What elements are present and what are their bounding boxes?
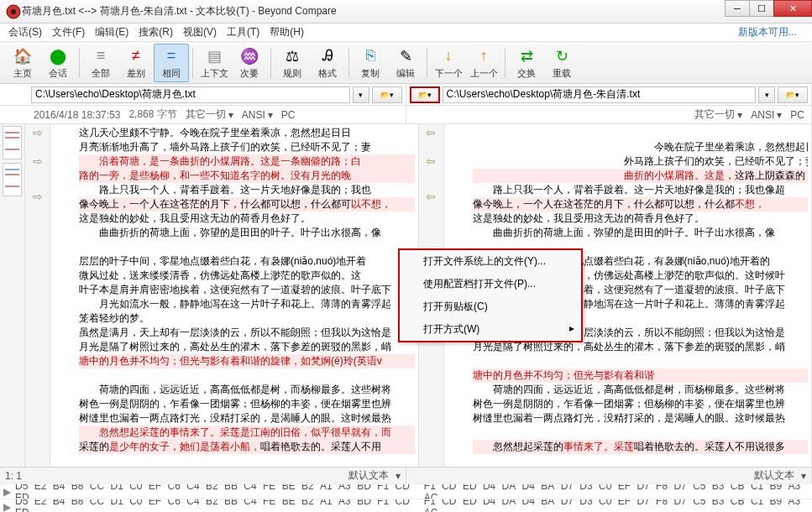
text-line[interactable]: 忽然想起采莲的事情来了。采莲唱着艳歌去的。采莲人不用说很多 <box>473 440 809 454</box>
byte-strip-top: ▶ D5 E2 B4 B8 CC D1 C0 EF C6 C4 B2 BB C4… <box>0 483 812 499</box>
text-line[interactable] <box>79 368 415 383</box>
menu-tools[interactable]: 工具(T) <box>222 24 265 41</box>
menu-session[interactable]: 会话(S) <box>3 24 47 41</box>
left-open-button[interactable]: 📂▾ <box>372 86 402 103</box>
edit-button[interactable]: ✎编辑 <box>388 44 423 81</box>
text-line[interactable]: 采莲的是少年的女子，她们是荡着小船，唱着艳歌去的。采莲人不用 <box>79 440 415 454</box>
text-line[interactable]: 塘中的月色并不均匀；但光与影有着和谐的旋律，如梵婀(ē)玲(英语v <box>79 354 415 368</box>
titlebar: 荷塘月色.txt <--> 荷塘月色-朱自清.txt - 文本比较(T) - B… <box>0 0 812 24</box>
text-line[interactable] <box>473 126 809 140</box>
menu-help[interactable]: 帮助(H) <box>265 24 309 41</box>
text-line[interactable]: 月亮渐渐地升高了，墙外马路上孩子们的欢笑，已经听不见了；妻 <box>79 140 415 154</box>
status-row: 1: 1默认文本▾ 默认文本▾ <box>0 467 812 483</box>
ctx-open-with[interactable]: 打开方式(W)▸ <box>400 318 581 341</box>
toolbar: 🏠主页 ⬤会话 ≡全部 ≠差别 =相同 ▤上下文 ♒次要 ⚖规则 Ꭿ格式 ⎘复制… <box>0 42 812 84</box>
window-title: 荷塘月色.txt <--> 荷塘月色-朱自清.txt - 文本比较(T) - B… <box>22 4 807 18</box>
text-line[interactable]: 曲曲折折的荷塘上面，弥望的是田田的叶子。叶子出水很高，像 <box>473 226 809 240</box>
merge-right-icon[interactable]: ⇨ <box>33 126 43 139</box>
right-syntax: 默认文本 <box>754 468 794 483</box>
left-pane[interactable]: 这几天心里颇不宁静。今晚在院子里坐着乘凉，忽然想起日日月亮渐渐地升高了，墙外马路… <box>50 124 419 467</box>
swap-button[interactable]: ⇄交换 <box>509 44 544 81</box>
text-line[interactable]: 树缝里也漏着一两点路灯光，没精打采的，是渴睡人的眼。这时候最热 <box>473 411 809 426</box>
text-line[interactable]: 月光是隔了树照过来的，高处丛生的灌木，落下参差的斑驳的黑影，峭 <box>79 340 415 354</box>
right-path-input[interactable] <box>443 86 757 103</box>
text-line[interactable]: 荷塘的四面，远远近近，高高低低都是树，而杨柳最多。这些树将 <box>79 383 415 397</box>
copy-button[interactable]: ⎘复制 <box>353 44 388 81</box>
text-line[interactable]: 这是独处的妙处，我且受用这无边的荷香月色好了。 <box>473 212 809 226</box>
context-button[interactable]: ▤上下文 <box>196 44 232 81</box>
text-line[interactable]: 曲曲折折的荷塘上面，弥望的是田田的叶子。叶子出水很高，像 <box>79 226 415 240</box>
ctx-open-profile[interactable]: 使用配置档打开文件(P)... <box>400 273 581 295</box>
text-line[interactable]: 塘中的月色并不均匀；但光与影有着和谐 <box>473 368 809 383</box>
prev-button[interactable]: ↑上一个 <box>466 44 501 81</box>
text-line[interactable]: 路的一旁，是些杨柳，和一些不知道名字的树。没有月光的晚 <box>79 169 415 183</box>
all-button[interactable]: ≡全部 <box>83 44 118 81</box>
merge-left-icon[interactable]: ⇦ <box>426 154 436 168</box>
text-line[interactable]: 树色一例是阴阴的，乍看像一团烟雾；但杨柳的丰姿，便在烟雾里也辨 <box>79 397 415 411</box>
text-line[interactable]: 路上只我一个人，背着手踱着。这一片天地好像是我的；我也 <box>79 183 415 197</box>
left-os-dropdown[interactable]: PC <box>281 109 296 121</box>
text-line[interactable]: 今晚在院子里坐着乘凉，忽然想起日日走过的荷 <box>473 140 809 154</box>
menu-edit[interactable]: 编辑(E) <box>90 24 134 41</box>
same-button[interactable]: =相同 <box>154 44 189 82</box>
left-filter-dropdown[interactable]: 其它一切 ▾ <box>186 107 233 122</box>
menu-view[interactable]: 视图(V) <box>178 24 222 41</box>
overview-gutter[interactable] <box>0 124 25 467</box>
minor-button[interactable]: ♒次要 <box>232 44 267 81</box>
right-os-dropdown[interactable]: PC <box>790 109 804 121</box>
menu-search[interactable]: 搜索(R) <box>134 24 178 41</box>
left-path-input[interactable] <box>31 86 350 103</box>
text-line[interactable]: 叶子本是肩并肩密密地挨着，这便宛然有了一道凝碧的波痕。叶子底下 <box>79 283 415 297</box>
new-version-link[interactable]: 新版本可用... <box>733 24 802 41</box>
text-line[interactable]: 这是独处的妙处，我且受用这无边的荷香月色好了。 <box>79 212 415 226</box>
reload-button[interactable]: ↻重载 <box>544 44 579 81</box>
text-line[interactable]: 像今晚上，一个人在这苍茫的月下，什么都可以想，什么都可以不想， <box>79 197 415 212</box>
close-button[interactable]: ✕ <box>773 0 812 17</box>
text-line[interactable]: 虽然是满月，天上却有一层淡淡的云，所以不能朗照；但我以为这恰是 <box>79 326 415 340</box>
format-button[interactable]: Ꭿ格式 <box>310 44 345 81</box>
merge-right-icon[interactable]: ⇨ <box>33 154 43 168</box>
svg-point-1 <box>11 9 16 14</box>
text-line[interactable]: 月光如流水一般，静静地泻在这一片叶子和花上。薄薄的青雾浮起 <box>79 297 415 311</box>
text-line[interactable]: 这几天心里颇不宁静。今晚在院子里坐着乘凉，忽然想起日日 <box>79 126 415 140</box>
text-line[interactable]: 笼着轻纱的梦。 <box>79 311 415 326</box>
text-line[interactable]: 树缝里也漏着一两点路灯光，没精打采的，是渴睡人的眼。这时候最热 <box>79 411 415 426</box>
merge-left-icon[interactable]: ⇦ <box>426 190 436 203</box>
merge-right-icon[interactable]: ⇨ <box>33 190 43 203</box>
text-line[interactable]: 树色一例是阴阴的，乍看像一团烟雾；但杨柳的丰姿，便在烟雾里也辨 <box>473 397 809 411</box>
text-line[interactable]: 曲折的小煤屑路。这是，这路上阴森森的，有些 <box>473 169 809 183</box>
left-merge-gutter: ⇨ ⇨ ⇨ <box>25 124 50 467</box>
minimize-button[interactable]: ─ <box>725 0 750 17</box>
text-line[interactable]: 沿着荷塘，是一条曲折的小煤屑路。这是一条幽僻的路；白 <box>79 154 415 169</box>
next-button[interactable]: ↓下一个 <box>431 44 466 81</box>
diff-button[interactable]: ≠差别 <box>118 44 154 81</box>
merge-left-icon[interactable]: ⇦ <box>426 126 436 139</box>
text-line[interactable]: 微风过处，送来缕缕清香，仿佛远处高楼上渺茫的歌声似的。这 <box>79 269 415 283</box>
text-line[interactable] <box>79 240 415 254</box>
text-line[interactable]: 层层的叶子中间，零星地点缀着些白花，有袅娜(niǎo,nuó)地开着 <box>79 254 415 269</box>
text-line[interactable]: 路上只我一个人，背着手踱着。这一片天地好像是我的；我也像超 <box>473 183 809 197</box>
right-filter-dropdown[interactable]: 其它一切 ▾ <box>694 107 742 122</box>
right-path-history-button[interactable]: ▾ <box>758 86 775 103</box>
right-open-button[interactable]: 📂▾ <box>410 86 440 103</box>
maximize-button[interactable]: ☐ <box>749 0 774 17</box>
text-line[interactable] <box>473 426 809 440</box>
text-line[interactable]: 忽然想起采莲的事情来了。采莲是江南的旧俗，似乎很早就有，而 <box>79 426 415 440</box>
text-line[interactable]: 荷塘的四面，远远近近，高高低低都是树，而杨柳最多。这些树将 <box>473 383 809 397</box>
menubar: 会话(S) 文件(F) 编辑(E) 搜索(R) 视图(V) 工具(T) 帮助(H… <box>0 24 812 42</box>
menu-file[interactable]: 文件(F) <box>47 24 90 41</box>
home-button[interactable]: 🏠主页 <box>5 44 40 81</box>
path-row: ▾ 📂▾ 📂▾ ▾ 📂▾ <box>0 84 812 106</box>
ctx-open-clipboard[interactable]: 打开剪贴板(C) <box>400 295 581 318</box>
text-line[interactable] <box>473 354 809 368</box>
right-open-button-2[interactable]: 📂▾ <box>778 86 808 103</box>
session-button[interactable]: ⬤会话 <box>40 44 76 81</box>
left-path-history-button[interactable]: ▾ <box>353 86 369 103</box>
rules-button[interactable]: ⚖规则 <box>275 44 310 81</box>
text-line[interactable]: 像今晚上，一个人在这苍茫的月下，什么都可以想，什么都不想， <box>473 197 809 212</box>
strip-right-icon: ▶ <box>3 486 11 498</box>
right-encoding-dropdown[interactable]: ANSI ▾ <box>751 109 782 121</box>
left-encoding-dropdown[interactable]: ANSI ▾ <box>242 109 273 121</box>
text-line[interactable]: 外马路上孩子们的欢笑，已经听不见了；妻 <box>473 154 809 169</box>
ctx-open-filesystem[interactable]: 打开文件系统上的文件(Y)... <box>400 250 581 273</box>
